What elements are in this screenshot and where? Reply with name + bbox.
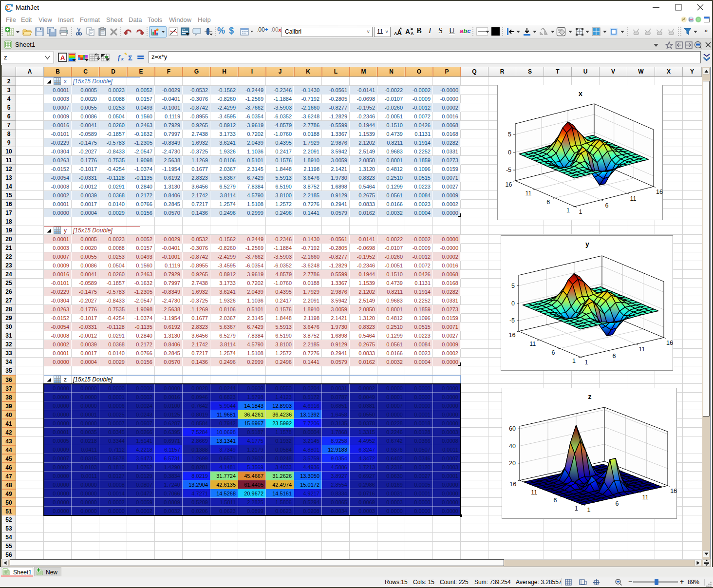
svg-text:16: 16 [656, 189, 663, 195]
svg-text:0: 0 [511, 300, 515, 307]
svg-text:5: 5 [508, 131, 511, 138]
svg-text:x: x [579, 90, 582, 97]
svg-text:1: 1 [575, 505, 578, 512]
svg-text:6: 6 [605, 202, 608, 209]
svg-text:11: 11 [529, 341, 536, 347]
svg-text:Σ: Σ [6, 4, 10, 11]
svg-text:-5: -5 [506, 167, 511, 173]
svg-text:16: 16 [670, 488, 677, 494]
svg-text:A: A [411, 31, 414, 36]
svg-text:y=: y= [182, 28, 186, 31]
svg-text:16: 16 [509, 481, 516, 488]
svg-text:1: 1 [579, 209, 582, 215]
svg-text:1: 1 [572, 358, 576, 364]
svg-text:11: 11 [630, 195, 636, 202]
svg-text:0: 0 [508, 149, 511, 156]
svg-text:6: 6 [552, 349, 555, 356]
svg-text:11: 11 [531, 489, 537, 496]
svg-text:f: f [118, 54, 121, 61]
svg-text:6: 6 [546, 199, 550, 206]
svg-text:60: 60 [509, 425, 516, 432]
svg-text:11: 11 [525, 190, 532, 197]
svg-text:16: 16 [666, 340, 673, 346]
svg-text:A: A [60, 54, 65, 61]
svg-text:A: A [397, 29, 402, 37]
svg-text:Σ: Σ [128, 54, 132, 62]
svg-text:6: 6 [613, 353, 616, 360]
svg-text:40: 40 [509, 443, 516, 450]
svg-text:11: 11 [642, 494, 649, 501]
svg-text:16: 16 [505, 181, 512, 188]
svg-text:-5: -5 [509, 317, 515, 324]
svg-text:x: x [120, 56, 124, 61]
svg-text:y: y [585, 240, 589, 248]
svg-text:A: A [405, 28, 410, 36]
svg-text:1: 1 [585, 359, 588, 366]
svg-text:6: 6 [616, 500, 619, 507]
svg-text:5: 5 [511, 283, 515, 289]
svg-text:z: z [588, 393, 592, 400]
svg-text:11: 11 [639, 346, 645, 353]
svg-text:1: 1 [566, 207, 570, 214]
svg-text:16: 16 [508, 332, 515, 339]
svg-text:6: 6 [554, 497, 557, 504]
svg-text:20: 20 [509, 460, 516, 467]
svg-text:1: 1 [587, 507, 591, 513]
